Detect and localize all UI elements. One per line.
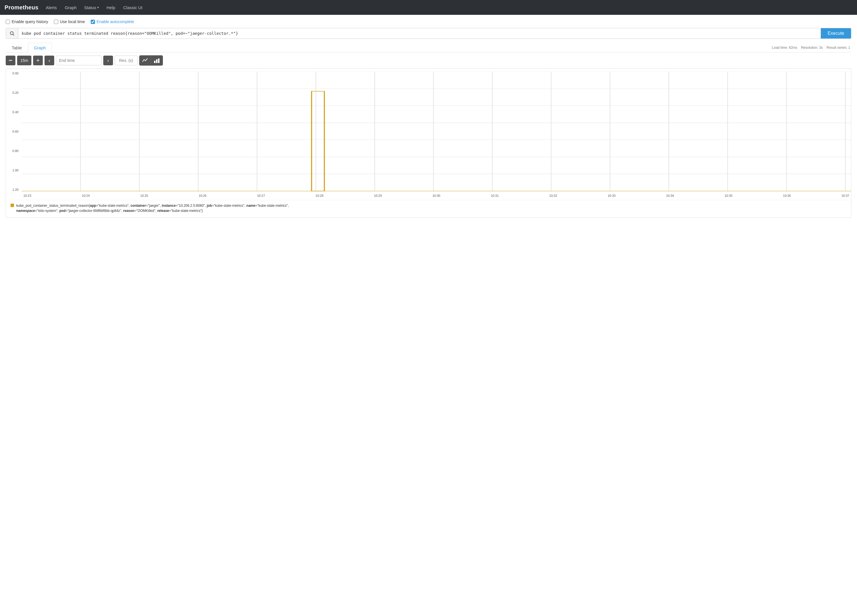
navbar: Prometheus Alerts Graph Status ▾ Help Cl… — [0, 0, 857, 15]
end-time-input[interactable] — [56, 56, 102, 65]
nav-status-label: Status — [84, 5, 96, 10]
enable-autocomplete-text: Enable autocomplete — [97, 19, 135, 24]
chart-type-group — [139, 55, 163, 66]
y-label-040: 0.40 — [12, 110, 19, 114]
tab-graph[interactable]: Graph — [28, 43, 52, 52]
search-icon — [6, 28, 18, 39]
main-content: Enable query history Use local time Enab… — [0, 15, 857, 226]
x-label-5: 10:28 — [316, 194, 323, 198]
enable-query-history-checkbox[interactable] — [6, 20, 10, 24]
duration-input[interactable] — [17, 56, 31, 65]
svg-rect-27 — [311, 91, 324, 191]
svg-rect-4 — [158, 59, 159, 63]
x-label-11: 10:34 — [666, 194, 674, 198]
tab-table[interactable]: Table — [6, 43, 28, 52]
stacked-chart-button[interactable] — [151, 56, 162, 65]
nav-help[interactable]: Help — [106, 4, 116, 11]
x-label-4: 10:27 — [257, 194, 265, 198]
x-label-2: 10:25 — [140, 194, 149, 198]
x-label-14: 10:37 — [841, 194, 849, 198]
svg-rect-3 — [156, 59, 158, 63]
x-label-8: 10:31 — [491, 194, 499, 198]
nav-alerts[interactable]: Alerts — [45, 4, 57, 11]
chart-container: 1.20 1.00 0.80 0.60 0.40 0.20 0.00 — [6, 68, 851, 218]
x-label-10: 10:33 — [608, 194, 616, 198]
prev-time-button[interactable]: ‹ — [45, 56, 54, 65]
next-time-button[interactable]: › — [103, 56, 113, 65]
legend: kube_pod_container_status_terminated_rea… — [6, 200, 851, 217]
x-label-6: 10:29 — [374, 194, 382, 198]
legend-metric-name: kube_pod_container_status_terminated_rea… — [16, 204, 89, 208]
graph-controls: − + ‹ › — [6, 55, 851, 66]
load-time: Load time: 62ms — [772, 46, 797, 49]
result-series: Result series: 1 — [826, 46, 850, 49]
zoom-in-button[interactable]: + — [33, 56, 43, 65]
brand-logo: Prometheus — [5, 4, 39, 11]
x-label-1: 10:24 — [82, 194, 90, 198]
y-label-060: 0.60 — [12, 130, 19, 133]
x-axis-labels: 10:23 10:24 10:25 10:26 10:27 10:28 10:2… — [22, 191, 851, 200]
legend-label-name: name — [246, 204, 255, 208]
legend-label-app: app — [90, 204, 96, 208]
legend-label-reason: reason — [123, 209, 135, 213]
legend-label-instance: instance — [162, 204, 176, 208]
enable-query-history-text: Enable query history — [12, 19, 48, 24]
y-label-120: 1.20 — [12, 188, 19, 191]
x-label-0: 10:23 — [23, 194, 31, 198]
tabs: Table Graph — [6, 43, 52, 52]
legend-label-pod: pod — [59, 209, 66, 213]
use-local-time-checkbox[interactable] — [54, 20, 58, 24]
x-label-13: 10:36 — [783, 194, 791, 198]
y-axis-labels: 1.20 1.00 0.80 0.60 0.40 0.20 0.00 — [6, 72, 20, 191]
execute-button[interactable]: Execute — [821, 28, 851, 39]
chart-svg — [22, 72, 851, 191]
tabs-row: Table Graph Load time: 62ms Resolution: … — [6, 43, 851, 52]
legend-label-job: job — [207, 204, 212, 208]
y-label-080: 0.80 — [12, 149, 19, 153]
enable-query-history-label[interactable]: Enable query history — [6, 19, 48, 24]
x-label-12: 10:35 — [725, 194, 733, 198]
x-label-9: 10:32 — [549, 194, 557, 198]
enable-autocomplete-checkbox[interactable] — [91, 20, 95, 24]
query-input[interactable] — [18, 28, 821, 39]
resolution: Resolution: 3s — [801, 46, 823, 49]
line-chart-button[interactable] — [139, 56, 151, 65]
x-label-3: 10:26 — [198, 194, 207, 198]
legend-label-container: container — [130, 204, 146, 208]
zoom-out-button[interactable]: − — [6, 56, 15, 65]
y-label-000: 0.00 — [12, 72, 19, 75]
nav-graph[interactable]: Graph — [64, 4, 77, 11]
legend-color-swatch — [11, 204, 14, 207]
legend-label-text: kube_pod_container_status_terminated_rea… — [16, 203, 289, 213]
svg-line-1 — [13, 34, 14, 35]
options-row: Enable query history Use local time Enab… — [6, 19, 851, 24]
svg-rect-2 — [154, 61, 155, 63]
use-local-time-text: Use local time — [60, 19, 85, 24]
legend-item: kube_pod_container_status_terminated_rea… — [11, 203, 846, 213]
use-local-time-label[interactable]: Use local time — [54, 19, 85, 24]
nav-status-dropdown[interactable]: Status ▾ — [84, 5, 99, 10]
enable-autocomplete-label[interactable]: Enable autocomplete — [91, 19, 135, 24]
x-label-7: 10:30 — [433, 194, 441, 198]
legend-label-namespace: namespace — [16, 209, 35, 213]
nav-classic-ui[interactable]: Classic UI — [123, 4, 143, 11]
y-label-100: 1.00 — [12, 168, 19, 172]
tab-meta: Load time: 62ms Resolution: 3s Result se… — [772, 46, 851, 49]
query-bar: Execute — [6, 28, 851, 39]
legend-label-release: release — [157, 209, 169, 213]
chevron-down-icon: ▾ — [97, 6, 99, 9]
resolution-input[interactable] — [115, 56, 138, 65]
y-label-020: 0.20 — [12, 91, 19, 94]
